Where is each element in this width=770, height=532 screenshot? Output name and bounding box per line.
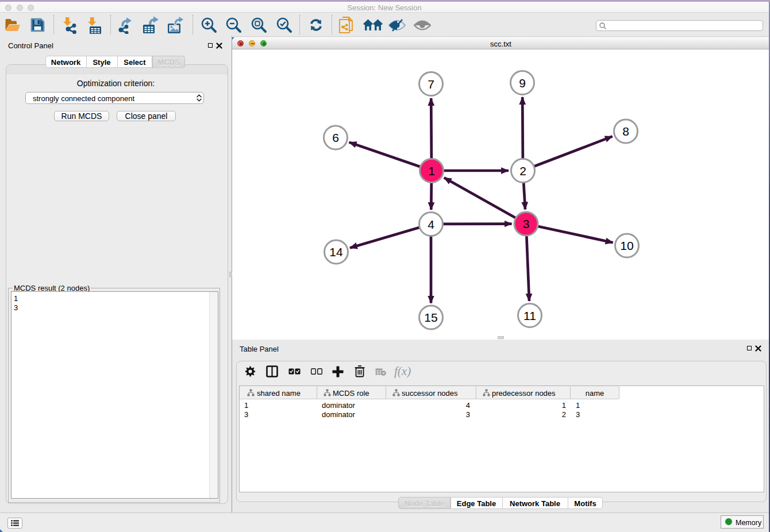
svg-text:10: 10 bbox=[620, 239, 633, 252]
svg-text:3: 3 bbox=[523, 217, 530, 230]
svg-text:9: 9 bbox=[519, 76, 526, 90]
svg-text:6: 6 bbox=[332, 131, 339, 144]
svg-text:2: 2 bbox=[519, 164, 526, 178]
svg-text:8: 8 bbox=[622, 125, 629, 138]
svg-text:11: 11 bbox=[523, 309, 536, 322]
svg-text:1: 1 bbox=[428, 164, 435, 178]
svg-text:7: 7 bbox=[428, 78, 434, 91]
svg-text:4: 4 bbox=[428, 218, 434, 231]
svg-text:15: 15 bbox=[424, 311, 437, 324]
svg-text:14: 14 bbox=[329, 245, 343, 259]
